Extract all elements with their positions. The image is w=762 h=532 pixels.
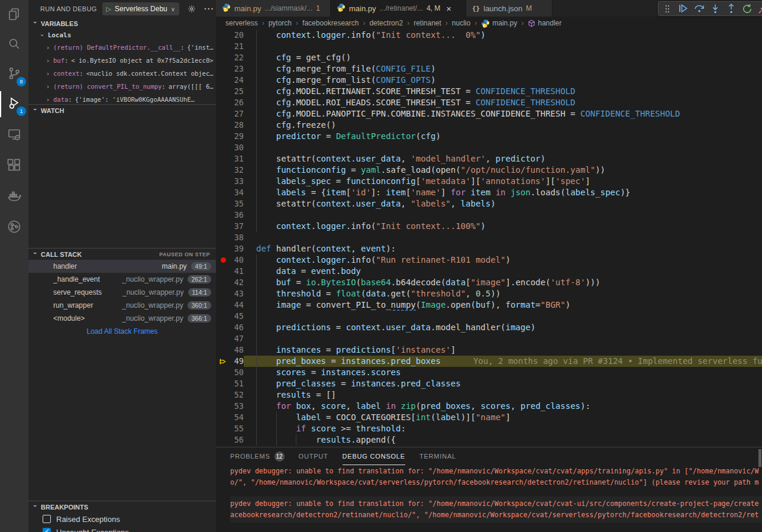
call-stack-frame[interactable]: run_wrapper_nuclio_wrapper.py360:1 <box>28 299 216 312</box>
breakpoint-gutter[interactable] <box>216 389 230 401</box>
editor-tab-main-py[interactable]: main.py.../retinanet/...4, M× <box>331 0 466 17</box>
close-icon[interactable]: × <box>446 4 451 14</box>
breakpoint-gutter[interactable] <box>216 266 230 277</box>
panel-scrollbar[interactable] <box>758 449 761 467</box>
breakpoint-row[interactable]: Raised Exceptions <box>28 512 216 525</box>
locals-scope-row[interactable]: › Locals <box>28 29 216 41</box>
code-line-23[interactable]: 23 cfg.merge_from_file(CONFIG_FILE) <box>216 63 762 75</box>
watch-section-header[interactable]: › WATCH <box>28 105 216 116</box>
code-line-37[interactable]: 37 context.logger.info("Init context...1… <box>216 221 762 232</box>
panel-tab-terminal[interactable]: TERMINAL <box>419 447 456 465</box>
code-line-53[interactable]: 53 for box, score, label in zip(pred_box… <box>216 401 762 412</box>
code-line-54[interactable]: 54 label = COCO_CATEGORIES[int(label)]["… <box>216 412 762 423</box>
code-line-39[interactable]: 39def handler(context, event): <box>216 243 762 254</box>
code-line-44[interactable]: 44 image = convert_PIL_to_numpy(Image.op… <box>216 299 762 311</box>
code-line-26[interactable]: 26 cfg.MODEL.ROI_HEADS.SCORE_THRESH_TEST… <box>216 97 762 108</box>
activity-docker[interactable] <box>0 184 28 210</box>
checkbox[interactable] <box>43 515 51 523</box>
more-actions-icon[interactable]: ··· <box>204 4 214 14</box>
code-line-52[interactable]: 52 results = [] <box>216 389 762 401</box>
breakpoint-gutter[interactable] <box>216 378 230 389</box>
breadcrumb-item-pytorch[interactable]: pytorch <box>269 19 292 27</box>
variable-row[interactable]: ›data:{'image': 'iVBORw0KGgoAAAANSUhE… <box>28 93 216 104</box>
breakpoint-gutter[interactable] <box>216 52 230 63</box>
breakpoints-section-header[interactable]: › BREAKPOINTS <box>28 501 216 512</box>
code-line-20[interactable]: 20 context.logger.info("Init context... … <box>216 30 762 41</box>
code-line-56[interactable]: 56 results.append({ <box>216 434 762 446</box>
variable-row[interactable]: ›context:<nuclio_sdk.context.Context obj… <box>28 67 216 80</box>
code-line-34[interactable]: 34 labels = {item['id']: item['name'] fo… <box>216 187 762 198</box>
code-line-35[interactable]: 35 setattr(context.user_data, "labels", … <box>216 198 762 209</box>
code-line-55[interactable]: 55 if score >= threshold: <box>216 423 762 434</box>
code-line-24[interactable]: 24 cfg.merge_from_list(CONFIG_OPTS) <box>216 75 762 86</box>
restart-icon[interactable] <box>740 2 754 15</box>
breakpoint-gutter[interactable] <box>216 322 230 333</box>
breadcrumb-item-main.py[interactable]: main.py <box>481 19 517 28</box>
breakpoint-gutter[interactable] <box>216 108 230 120</box>
breakpoint-gutter[interactable] <box>216 367 230 378</box>
breakpoint-gutter[interactable] <box>216 153 230 165</box>
breakpoint-gutter[interactable] <box>216 198 230 209</box>
breakpoint-gutter[interactable] <box>216 254 230 266</box>
breakpoint-gutter[interactable] <box>216 277 230 288</box>
code-line-48[interactable]: 48 instances = predictions['instances'] <box>216 344 762 356</box>
activity-extensions[interactable] <box>0 153 28 179</box>
code-line-33[interactable]: 33 labels_spec = functionconfig['metadat… <box>216 176 762 187</box>
breakpoint-gutter[interactable] <box>216 288 230 299</box>
breakpoint-gutter[interactable] <box>216 299 230 311</box>
breakpoint-gutter[interactable] <box>216 97 230 108</box>
code-line-49[interactable]: 49 pred_boxes = instances.pred_boxesYou,… <box>216 356 762 367</box>
breakpoint-gutter[interactable] <box>216 356 230 367</box>
variables-section-header[interactable]: › VARIABLES <box>28 18 216 29</box>
code-line-27[interactable]: 27 cfg.MODEL.PANOPTIC_FPN.COMBINE.INSTAN… <box>216 108 762 120</box>
breakpoint-gutter[interactable] <box>216 63 230 75</box>
code-line-41[interactable]: 41 data = event.body <box>216 266 762 277</box>
breakpoint-gutter[interactable] <box>216 41 230 52</box>
code-editor[interactable]: 20 context.logger.info("Init context... … <box>216 30 762 447</box>
code-line-30[interactable]: 30 <box>216 142 762 153</box>
call-stack-frame[interactable]: _handle_event_nuclio_wrapper.py262:1 <box>28 273 216 286</box>
code-line-51[interactable]: 51 pred_classes = instances.pred_classes <box>216 378 762 389</box>
breadcrumb-item-retinanet[interactable]: retinanet <box>414 19 441 27</box>
code-line-21[interactable]: 21 <box>216 41 762 52</box>
gear-icon[interactable] <box>188 5 196 13</box>
breakpoint-gutter[interactable] <box>216 243 230 254</box>
checkbox[interactable] <box>43 528 51 532</box>
code-line-38[interactable]: 38 <box>216 232 762 243</box>
panel-tab-problems[interactable]: PROBLEMS12 <box>230 447 285 465</box>
call-stack-frame[interactable]: <module>_nuclio_wrapper.py366:1 <box>28 312 216 325</box>
breakpoint-gutter[interactable] <box>216 120 230 131</box>
step-into-icon[interactable] <box>708 2 722 15</box>
breakpoint-gutter[interactable] <box>216 176 230 187</box>
breadcrumb-item-detectron2[interactable]: detectron2 <box>369 19 403 27</box>
code-line-25[interactable]: 25 cfg.MODEL.RETINANET.SCORE_THRESH_TEST… <box>216 86 762 97</box>
launch-config-dropdown[interactable]: ▷ Serverless Debu ∨ <box>102 2 180 15</box>
breakpoint-gutter[interactable] <box>216 344 230 356</box>
toolbar-grip[interactable] <box>660 2 674 15</box>
breakpoint-gutter[interactable] <box>216 221 230 232</box>
editor-tab-launch-json[interactable]: {}launch.jsonM <box>466 0 553 17</box>
activity-run-debug[interactable]: 1 <box>0 91 28 117</box>
breakpoint-gutter[interactable] <box>216 75 230 86</box>
code-line-31[interactable]: 31 setattr(context.user_data, 'model_han… <box>216 153 762 165</box>
code-line-22[interactable]: 22 cfg = get_cfg() <box>216 52 762 63</box>
variable-row[interactable]: ›(return) convert_PIL_to_numpy:array([[[… <box>28 80 216 93</box>
breakpoint-gutter[interactable] <box>216 401 230 412</box>
breakpoint-gutter[interactable] <box>216 142 230 153</box>
code-line-45[interactable]: 45 <box>216 311 762 322</box>
activity-search[interactable] <box>0 32 28 58</box>
code-line-28[interactable]: 28 cfg.freeze() <box>216 120 762 131</box>
call-stack-frame[interactable]: serve_requests_nuclio_wrapper.py114:1 <box>28 286 216 299</box>
breadcrumb-item-serverless[interactable]: serverless <box>225 19 258 27</box>
continue-icon[interactable] <box>676 2 690 15</box>
code-line-43[interactable]: 43 threshold = float(data.get("threshold… <box>216 288 762 299</box>
step-out-icon[interactable] <box>724 2 738 15</box>
code-line-29[interactable]: 29 predictor = DefaultPredictor(cfg) <box>216 131 762 142</box>
breakpoint-gutter[interactable] <box>216 30 230 41</box>
call-stack-section-header[interactable]: › CALL STACK PAUSED ON STEP <box>28 249 216 260</box>
variable-row[interactable]: ›buf:<_io.BytesIO object at 0x7f5a2dc1ec… <box>28 54 216 67</box>
step-over-icon[interactable] <box>692 2 706 15</box>
breakpoint-gutter[interactable] <box>216 311 230 322</box>
breakpoint-gutter[interactable] <box>216 412 230 423</box>
breakpoint-gutter[interactable] <box>216 434 230 446</box>
